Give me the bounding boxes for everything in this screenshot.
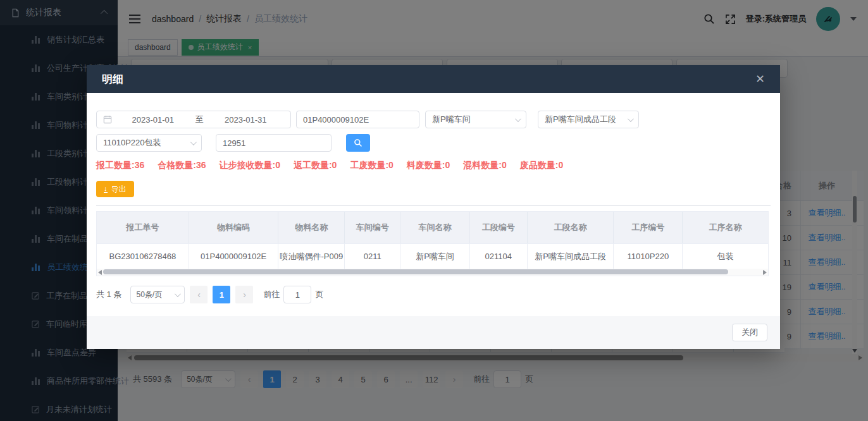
filter-row-1: 2023-01-01 至 2023-01-31 新P嘴车间 新P嘴车间成品工段 (96, 111, 771, 128)
page-button-1[interactable]: 1 (213, 286, 230, 303)
date-range-picker[interactable]: 2023-01-01 至 2023-01-31 (96, 111, 291, 128)
search-button[interactable] (346, 134, 370, 152)
modal-title: 明细 (102, 72, 123, 87)
scrollbar-thumb[interactable] (103, 269, 728, 274)
scroll-left-icon[interactable] (98, 270, 102, 275)
total-count: 共 1 条 (96, 289, 121, 300)
modal-pagination: 共 1 条 50条/页 ‹ 1 › 前往 页 (96, 286, 771, 303)
modal-header: 明细 ✕ (87, 65, 780, 93)
stat-rework: 返工数量:0 (294, 160, 337, 171)
material-code-field[interactable] (296, 111, 419, 128)
filter-row-2: 11010P220包装 (96, 134, 771, 152)
detail-table-header: 报工单号 物料编码 物料名称 车间编号 车间名称 工段编号 工段名称 工序编号 … (97, 212, 768, 243)
scroll-right-icon[interactable] (763, 270, 767, 275)
section-select[interactable]: 新P嘴车间成品工段 (538, 111, 639, 128)
download-icon: ↓ (104, 185, 108, 193)
detail-modal: 明细 ✕ 2023-01-01 至 2023-01-31 新P嘴车间 新P嘴车间… (87, 65, 780, 349)
stat-reported: 报工数量:36 (96, 160, 144, 171)
horizontal-scrollbar[interactable] (96, 269, 769, 276)
export-button[interactable]: ↓ 导出 (96, 181, 134, 197)
process-select[interactable]: 11010P220包装 (96, 134, 202, 152)
modal-footer: 关闭 (87, 316, 780, 349)
start-date[interactable]: 2023-01-01 (115, 115, 192, 125)
chevron-down-icon (175, 291, 181, 297)
workshop-select[interactable]: 新P嘴车间 (425, 111, 526, 128)
chevron-down-icon (515, 116, 521, 122)
prev-page-button[interactable]: ‹ (190, 286, 208, 303)
next-page-button[interactable]: › (235, 286, 253, 303)
search-icon (354, 138, 363, 147)
stat-process-scrap: 工废数量:0 (350, 160, 393, 171)
stat-mixed-material: 混料数量:0 (463, 160, 506, 171)
stat-qualified: 合格数量:36 (158, 160, 206, 171)
stat-waste: 废品数量:0 (520, 160, 563, 171)
page-size-select[interactable]: 50条/页 (130, 286, 185, 303)
keyword-field[interactable] (216, 134, 332, 152)
divider (96, 205, 771, 206)
calendar-icon (103, 115, 112, 124)
end-date[interactable]: 2023-01-31 (208, 115, 285, 125)
chevron-down-icon (190, 139, 197, 145)
chevron-down-icon (628, 116, 634, 122)
close-button[interactable]: 关闭 (732, 324, 767, 341)
table-row[interactable]: BG230106278468 01P4000009102E 喷油嘴偶件-P009… (97, 243, 768, 269)
stat-material-scrap: 料废数量:0 (407, 160, 450, 171)
goto-page: 前往 页 (263, 286, 323, 303)
stat-concession: 让步接收数量:0 (219, 160, 280, 171)
close-icon[interactable]: ✕ (755, 73, 765, 85)
detail-table: 报工单号 物料编码 物料名称 车间编号 车间名称 工段编号 工段名称 工序编号 … (96, 211, 769, 269)
goto-page-input[interactable] (283, 286, 311, 303)
modal-body: 2023-01-01 至 2023-01-31 新P嘴车间 新P嘴车间成品工段 … (87, 111, 780, 303)
summary-stats: 报工数量:36 合格数量:36 让步接收数量:0 返工数量:0 工废数量:0 料… (96, 160, 771, 171)
